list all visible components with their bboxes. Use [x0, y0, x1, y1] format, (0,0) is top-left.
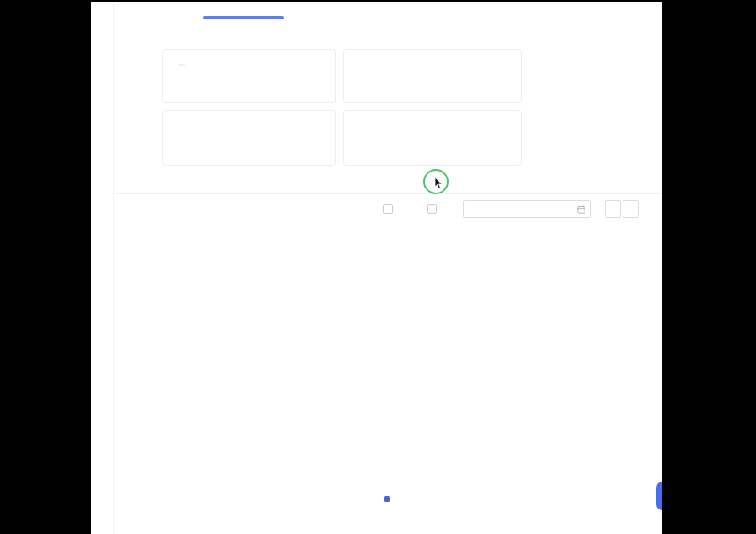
- date-prev-button[interactable]: [605, 200, 621, 218]
- legend-marker: [384, 496, 390, 502]
- date-range-input[interactable]: [463, 200, 591, 218]
- goal-card-inquiry-desc: [354, 79, 359, 88]
- side-toolbar: [91, 2, 114, 534]
- date-next-button[interactable]: [623, 200, 639, 218]
- mouse-cursor-icon: [434, 177, 444, 189]
- floating-side-pill-button[interactable]: [656, 482, 662, 510]
- compare-time-checkbox-group[interactable]: [427, 204, 440, 214]
- compare-time-checkbox[interactable]: [427, 204, 437, 214]
- goal-card-favorite-desc: [173, 139, 178, 149]
- chart-legend: [118, 495, 659, 503]
- main-panel: [91, 2, 662, 534]
- goal-card-inquiry: [343, 49, 522, 103]
- budget-progress-fill: [203, 16, 284, 19]
- budget-value: [162, 11, 164, 21]
- budget-progress-bar: [203, 16, 284, 19]
- section-divider: [91, 193, 662, 194]
- trend-chart-svg: [118, 326, 659, 492]
- compare-metric-checkbox[interactable]: [383, 204, 393, 214]
- primary-goal-badge: [178, 64, 185, 66]
- goal-card-favorite: [162, 110, 336, 166]
- goal-card-deal-title: [173, 58, 185, 68]
- goal-card-follow-desc: [354, 139, 359, 149]
- trend-chart: [118, 326, 659, 492]
- goal-card-deal: [162, 49, 336, 103]
- calendar-icon: [577, 205, 585, 214]
- compare-metric-checkbox-group[interactable]: [383, 204, 396, 214]
- goal-card-follow: [343, 110, 522, 166]
